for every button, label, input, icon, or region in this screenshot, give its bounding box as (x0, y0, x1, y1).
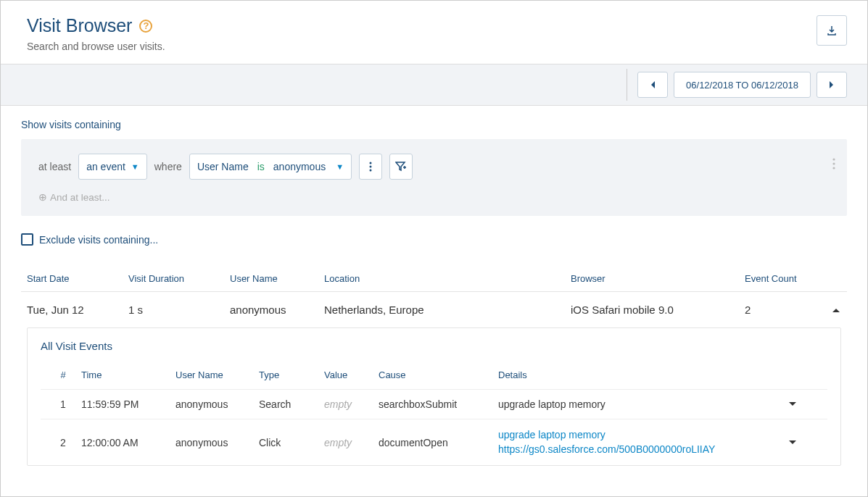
chevron-left-icon (650, 80, 656, 89)
ecell-details: upgrade laptop memory https://gs0.salesf… (498, 428, 788, 456)
show-visits-label: Show visits containing (21, 119, 847, 130)
where-value: anonymous (273, 161, 326, 172)
col-location: Location (324, 273, 571, 284)
table-row[interactable]: Tue, Jun 12 1 s anonymous Netherlands, E… (21, 292, 847, 327)
date-range-picker[interactable]: 06/12/2018 TO 06/12/2018 (674, 72, 811, 98)
toolbar-separator (627, 69, 627, 101)
where-label: where (154, 161, 182, 172)
add-condition-label: And at least... (50, 192, 110, 203)
ecol-user: User Name (175, 369, 259, 380)
ecell-time: 12:00:00 AM (81, 437, 175, 448)
svg-point-1 (370, 166, 372, 168)
chevron-down-icon (788, 440, 797, 446)
ecell-cause: documentOpen (379, 437, 498, 448)
ecell-user: anonymous (175, 437, 259, 448)
filter-panel-menu[interactable] (832, 158, 835, 170)
kebab-icon (369, 162, 372, 172)
ecol-time: Time (81, 369, 175, 380)
ecol-num: # (45, 369, 81, 380)
ecell-num: 1 (45, 398, 81, 410)
page-title: Visit Browser ? (27, 15, 165, 36)
ecol-details: Details (498, 369, 788, 380)
download-icon (826, 25, 838, 36)
chevron-up-icon (832, 307, 840, 313)
where-operator: is (257, 161, 265, 172)
cell-browser: iOS Safari mobile 9.0 (571, 304, 745, 316)
event-dropdown-label: an event (86, 161, 125, 172)
ecol-value: Value (324, 369, 379, 380)
caret-down-icon: ▼ (336, 162, 344, 171)
ecell-cause: searchboxSubmit (379, 398, 498, 410)
page-title-text: Visit Browser (27, 15, 132, 36)
help-icon[interactable]: ? (139, 20, 152, 33)
svg-point-3 (832, 158, 835, 160)
ecol-cause: Cause (379, 369, 498, 380)
where-field: User Name (197, 161, 249, 172)
collapse-row-button[interactable] (832, 307, 853, 313)
cell-user: anonymous (230, 304, 324, 316)
filter-plus-icon (395, 162, 407, 172)
ecol-type: Type (259, 369, 324, 380)
svg-point-5 (832, 167, 835, 169)
next-date-button[interactable] (817, 72, 847, 98)
caret-down-icon: ▼ (131, 162, 139, 171)
chevron-down-icon (788, 401, 797, 407)
exclude-row: Exclude visits containing... (21, 233, 847, 246)
events-title: All Visit Events (41, 340, 827, 352)
filter-options-button[interactable] (359, 154, 382, 180)
date-toolbar: 06/12/2018 TO 06/12/2018 (1, 64, 867, 106)
page-header: Visit Browser ? Search and browse user v… (1, 1, 867, 64)
exclude-checkbox[interactable] (21, 233, 33, 246)
visits-table: Start Date Visit Duration User Name Loca… (21, 266, 847, 466)
ecell-type: Search (259, 398, 324, 410)
events-table-header: # Time User Name Type Value Cause Detail… (41, 361, 827, 389)
where-expression[interactable]: User Name is anonymous ▼ (189, 154, 352, 180)
detail-link-2[interactable]: https://gs0.salesforce.com/500B0000000ro… (498, 443, 788, 457)
col-browser: Browser (571, 273, 745, 284)
svg-point-2 (370, 170, 372, 172)
exclude-label[interactable]: Exclude visits containing... (39, 234, 158, 246)
event-row: 1 11:59:59 PM anonymous Search empty sea… (41, 389, 827, 419)
add-condition-link[interactable]: ⊕ And at least... (38, 191, 830, 203)
svg-point-4 (832, 162, 835, 164)
cell-start-date: Tue, Jun 12 (27, 304, 128, 316)
visits-table-header: Start Date Visit Duration User Name Loca… (21, 266, 847, 292)
cell-event-count: 2 (745, 304, 832, 316)
download-button[interactable] (817, 15, 847, 46)
event-row: 2 12:00:00 AM anonymous Click empty docu… (41, 419, 827, 465)
chevron-right-icon (829, 80, 835, 89)
kebab-icon (832, 158, 835, 170)
at-least-label: at least (38, 161, 71, 172)
col-start-date: Start Date (27, 273, 128, 284)
ecell-time: 11:59:59 PM (81, 398, 175, 410)
ecell-num: 2 (45, 437, 81, 448)
col-user: User Name (230, 273, 324, 284)
ecell-value: empty (324, 398, 379, 410)
ecell-user: anonymous (175, 398, 259, 410)
col-duration: Visit Duration (128, 273, 230, 284)
page-subtitle: Search and browse user visits. (27, 41, 165, 52)
ecell-type: Click (259, 437, 324, 448)
cell-duration: 1 s (128, 304, 230, 316)
plus-circle-icon: ⊕ (38, 191, 47, 203)
cell-location: Netherlands, Europe (324, 304, 571, 316)
visit-events-card: All Visit Events # Time User Name Type V… (27, 327, 841, 466)
col-event-count: Event Count (745, 273, 832, 284)
event-dropdown[interactable]: an event ▼ (78, 154, 147, 180)
detail-link-1[interactable]: upgrade laptop memory (498, 428, 788, 443)
filter-panel: at least an event ▼ where User Name is a… (21, 139, 847, 216)
ecell-details: upgrade laptop memory (498, 398, 788, 410)
svg-point-0 (370, 162, 372, 164)
expand-event-button[interactable] (788, 401, 817, 407)
expand-event-button[interactable] (788, 440, 817, 446)
prev-date-button[interactable] (637, 72, 668, 98)
ecell-value: empty (324, 437, 379, 448)
add-filter-button[interactable] (389, 154, 413, 180)
